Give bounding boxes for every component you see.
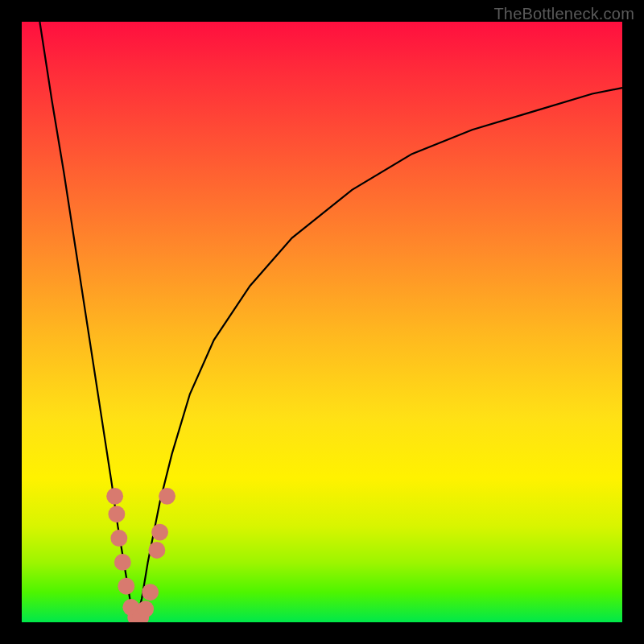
plot-area xyxy=(22,22,622,622)
marker-point xyxy=(137,601,154,617)
markers-group xyxy=(106,488,175,622)
marker-point xyxy=(142,584,159,601)
marker-point xyxy=(151,524,168,541)
marker-point xyxy=(114,554,131,571)
right-branch-curve xyxy=(136,88,622,622)
marker-point xyxy=(159,488,175,505)
chart-frame: TheBottleneck.com xyxy=(0,0,644,644)
marker-point xyxy=(118,578,134,595)
marker-point xyxy=(108,506,125,522)
marker-point xyxy=(148,542,165,559)
marker-point xyxy=(106,488,123,505)
marker-point xyxy=(110,530,127,547)
watermark-text: TheBottleneck.com xyxy=(493,5,634,23)
chart-svg xyxy=(22,22,622,622)
